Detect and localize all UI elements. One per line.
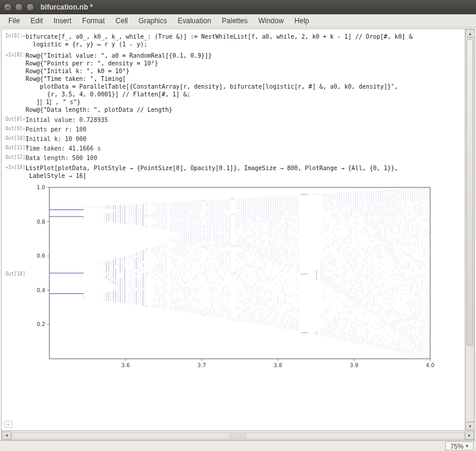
cell-label-out12: Out[12]= <box>5 154 26 161</box>
cell-body-in6[interactable]: bifurcate[f_, a0_, k0_, k_, while_: (Tru… <box>26 33 464 48</box>
menu-help[interactable]: Help <box>290 15 314 26</box>
menu-graphics[interactable]: Graphics <box>134 15 172 26</box>
cell-body-in18[interactable]: ListPlot[plotData, PlotStyle → {PointSiz… <box>26 164 464 180</box>
menu-insert[interactable]: Insert <box>49 15 76 26</box>
output-cell-8: Out[8]= Initial value: 0.728935 <box>5 116 464 124</box>
menu-file[interactable]: File <box>4 15 24 26</box>
notebook-area: In[6]:= bifurcate[f_, a0_, k0_, k_, whil… <box>1 29 475 440</box>
scroll-left-icon[interactable]: ◂ <box>2 431 11 440</box>
scroll-down-icon[interactable]: ▾ <box>465 422 475 430</box>
menu-edit[interactable]: Edit <box>26 15 48 26</box>
svg-text:0.8: 0.8 <box>37 219 46 225</box>
menu-cell[interactable]: Cell <box>111 15 133 26</box>
cell-label-out9: Out[9]= <box>5 126 26 132</box>
input-cell-8[interactable]: ▾In[8]:= Row@{"Initial value: ", a0 = Ra… <box>5 52 464 114</box>
cell-label-out11: Out[11]= <box>5 145 26 151</box>
vertical-scrollbar[interactable]: ▴ ▾ <box>465 29 474 430</box>
svg-text:3.8: 3.8 <box>274 362 283 368</box>
window-title: bifurcation.nb * <box>40 3 93 11</box>
cell-body-out10: Initial k: 10 000 <box>26 135 464 143</box>
cell-body-out9: Points per r: 100 <box>26 126 464 133</box>
svg-text:4.0: 4.0 <box>426 362 435 368</box>
svg-text:0.2: 0.2 <box>37 321 45 327</box>
window-controls: × <box>4 3 35 11</box>
new-cell-handle[interactable]: + <box>4 421 12 428</box>
cell-body-out8: Initial value: 0.728935 <box>26 116 464 124</box>
svg-text:0.6: 0.6 <box>37 253 46 259</box>
output-cell-9: Out[9]= Points per r: 100 <box>5 126 464 133</box>
cell-label-in18: ▾In[18]:= <box>5 164 26 171</box>
menu-format[interactable]: Format <box>77 15 109 26</box>
svg-rect-2695 <box>231 188 233 358</box>
close-icon[interactable]: × <box>4 3 12 11</box>
scroll-right-icon[interactable]: ▸ <box>465 431 474 440</box>
vscroll-thumb[interactable] <box>466 39 473 346</box>
hscroll-track[interactable] <box>11 432 465 439</box>
bifurcation-plot[interactable]: 3.63.73.83.94.00.20.40.60.81.0 <box>26 183 436 373</box>
window-titlebar: × bifurcation.nb * <box>0 0 476 14</box>
output-cell-11: Out[11]= Time taken: 41.1666 s <box>5 145 464 152</box>
vscroll-track[interactable] <box>465 37 474 422</box>
horizontal-scrollbar[interactable]: ◂ ▸ <box>2 430 474 440</box>
status-bar: 75%▾ <box>0 440 476 451</box>
cell-label-out8: Out[8]= <box>5 116 26 123</box>
svg-text:1.0: 1.0 <box>37 184 46 190</box>
svg-rect-0 <box>49 187 430 359</box>
svg-rect-2688 <box>202 188 205 358</box>
notebook-content[interactable]: In[6]:= bifurcate[f_, a0_, k0_, k_, whil… <box>2 29 474 430</box>
cell-body-in8[interactable]: Row@{"Initial value: ", a0 = RandomReal[… <box>26 52 464 114</box>
svg-text:0.4: 0.4 <box>37 287 46 293</box>
cell-body-out12: Data length: 500 100 <box>26 154 464 162</box>
input-cell-6[interactable]: In[6]:= bifurcate[f_, a0_, k0_, k_, whil… <box>5 33 464 48</box>
input-cell-18[interactable]: ▾In[18]:= ListPlot[plotData, PlotStyle →… <box>5 164 464 180</box>
cell-label-out18: Out[18]= <box>5 271 26 277</box>
cell-label-out10: Out[10]= <box>5 135 26 142</box>
cell-label-in8: ▾In[8]:= <box>5 52 26 58</box>
svg-text:3.7: 3.7 <box>198 362 206 368</box>
chevron-down-icon: ▾ <box>466 443 468 449</box>
maximize-icon[interactable] <box>26 3 35 11</box>
zoom-level[interactable]: 75%▾ <box>445 441 474 450</box>
cell-body-out11: Time taken: 41.1666 s <box>26 145 464 152</box>
menu-palettes[interactable]: Palettes <box>217 15 252 26</box>
output-cell-10: Out[10]= Initial k: 10 000 <box>5 135 464 143</box>
scroll-up-icon[interactable]: ▴ <box>465 29 475 37</box>
svg-text:3.6: 3.6 <box>121 362 130 368</box>
output-cell-12: Out[12]= Data length: 500 100 <box>5 154 464 162</box>
menu-evaluation[interactable]: Evaluation <box>173 15 216 26</box>
menu-window[interactable]: Window <box>253 15 289 26</box>
svg-rect-2681 <box>146 188 148 358</box>
minimize-icon[interactable] <box>15 3 23 11</box>
menu-bar: File Edit Insert Format Cell Graphics Ev… <box>0 14 476 27</box>
cell-label-in6: In[6]:= <box>5 33 26 39</box>
output-cell-18: Out[18]= 3.63.73.83.94.00.20.40.60.81.0 <box>5 181 464 373</box>
svg-text:3.9: 3.9 <box>350 362 359 368</box>
